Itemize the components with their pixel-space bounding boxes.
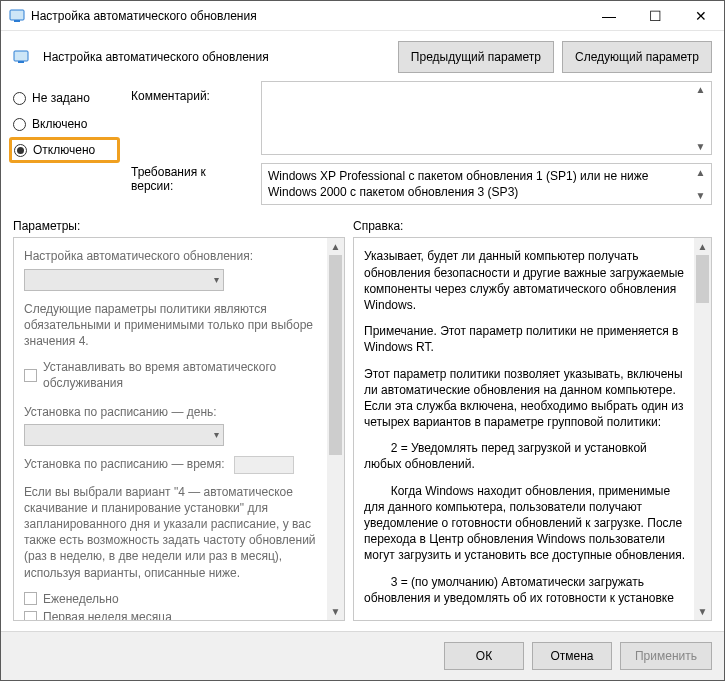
help-p2: Примечание. Этот параметр политики не пр… xyxy=(364,323,687,355)
supported-on-text: Windows XP Professional с пакетом обновл… xyxy=(268,169,649,199)
cancel-button[interactable]: Отмена xyxy=(532,642,612,670)
window-title: Настройка автоматического обновления xyxy=(31,9,586,23)
panels-header: Параметры: Справка: xyxy=(1,213,724,237)
svg-rect-2 xyxy=(14,51,28,61)
install-time-dropdown[interactable] xyxy=(234,456,294,474)
svg-rect-3 xyxy=(18,61,24,63)
scroll-down-icon[interactable]: ▼ xyxy=(327,603,344,620)
chevron-down-icon: ▾ xyxy=(214,273,219,287)
previous-setting-button[interactable]: Предыдущий параметр xyxy=(398,41,554,73)
cb-auto-maintenance: Устанавливать во время автоматического о… xyxy=(43,359,320,391)
scroll-up-icon[interactable]: ▲ xyxy=(694,238,711,255)
help-panel: Указывает, будет ли данный компьютер пол… xyxy=(353,237,712,621)
setting-title: Настройка автоматического обновления xyxy=(43,50,269,64)
options-note: Следующие параметры политики являются об… xyxy=(24,301,320,350)
scroll-up-icon[interactable]: ▲ xyxy=(692,84,709,95)
scrollbar[interactable]: ▲ ▼ xyxy=(692,166,709,202)
install-day-dropdown[interactable]: ▾ xyxy=(24,424,224,446)
radio-label: Включено xyxy=(32,117,87,131)
close-button[interactable]: ✕ xyxy=(678,1,724,31)
minimize-button[interactable]: — xyxy=(586,1,632,31)
scroll-thumb[interactable] xyxy=(696,255,709,303)
radio-label: Не задано xyxy=(32,91,90,105)
radio-label: Отключено xyxy=(33,143,95,157)
ok-button[interactable]: ОК xyxy=(444,642,524,670)
radio-not-configured[interactable]: Не задано xyxy=(13,85,121,111)
scroll-up-icon[interactable]: ▲ xyxy=(692,166,709,180)
chevron-down-icon: ▾ xyxy=(214,428,219,442)
scroll-down-icon[interactable]: ▼ xyxy=(692,141,709,152)
supported-on-box: Windows XP Professional с пакетом обновл… xyxy=(261,163,712,205)
update-mode-dropdown[interactable]: ▾ xyxy=(24,269,224,291)
radio-enabled[interactable]: Включено xyxy=(13,111,121,137)
options-heading: Настройка автоматического обновления: xyxy=(24,248,320,264)
scrollbar[interactable]: ▲ ▼ xyxy=(327,238,344,620)
scroll-thumb[interactable] xyxy=(329,255,342,455)
scrollbar[interactable]: ▲ ▼ xyxy=(692,84,709,152)
apply-button[interactable]: Применить xyxy=(620,642,712,670)
policy-editor-window: Настройка автоматического обновления — ☐… xyxy=(0,0,725,681)
help-opt2-body: Когда Windows находит обновления, примен… xyxy=(364,483,687,564)
help-p3: Этот параметр политики позволяет указыва… xyxy=(364,366,687,431)
radio-icon xyxy=(13,118,26,131)
cb-first-week: Первая неделя месяца xyxy=(43,609,172,620)
header: Настройка автоматического обновления Пре… xyxy=(1,31,724,81)
parameters-panel: Настройка автоматического обновления: ▾ … xyxy=(13,237,345,621)
comment-label: Комментарий: xyxy=(131,89,251,103)
scroll-up-icon[interactable]: ▲ xyxy=(327,238,344,255)
next-setting-button[interactable]: Следующий параметр xyxy=(562,41,712,73)
checkbox-icon[interactable] xyxy=(24,369,37,382)
help-label: Справка: xyxy=(353,219,403,233)
app-icon xyxy=(9,8,25,24)
install-day-label: Установка по расписанию — день: xyxy=(24,404,320,420)
help-opt3-head: 3 = (по умолчанию) Автоматически загружа… xyxy=(364,574,687,606)
checkbox-icon[interactable] xyxy=(24,611,37,620)
scroll-down-icon[interactable]: ▼ xyxy=(692,189,709,203)
parameters-label: Параметры: xyxy=(13,219,353,233)
titlebar: Настройка автоматического обновления — ☐… xyxy=(1,1,724,31)
dialog-footer: ОК Отмена Применить xyxy=(1,631,724,680)
variant4-note: Если вы выбрали вариант "4 — автоматичес… xyxy=(24,484,320,581)
radio-icon xyxy=(13,92,26,105)
svg-rect-0 xyxy=(10,10,24,20)
help-p1: Указывает, будет ли данный компьютер пол… xyxy=(364,248,687,313)
cb-weekly: Еженедельно xyxy=(43,591,119,607)
maximize-button[interactable]: ☐ xyxy=(632,1,678,31)
state-radio-group: Не задано Включено Отключено xyxy=(13,81,121,205)
comment-textarea[interactable]: ▲ ▼ xyxy=(261,81,712,155)
scroll-down-icon[interactable]: ▼ xyxy=(694,603,711,620)
radio-disabled[interactable]: Отключено xyxy=(9,137,120,163)
svg-rect-1 xyxy=(14,20,20,22)
install-time-label: Установка по расписанию — время: xyxy=(24,457,225,471)
checkbox-icon[interactable] xyxy=(24,592,37,605)
scrollbar[interactable]: ▲ ▼ xyxy=(694,238,711,620)
requirements-label: Требования к версии: xyxy=(131,165,251,193)
radio-icon xyxy=(14,144,27,157)
help-opt2-head: 2 = Уведомлять перед загрузкой и установ… xyxy=(364,440,687,472)
setting-icon xyxy=(13,49,29,65)
